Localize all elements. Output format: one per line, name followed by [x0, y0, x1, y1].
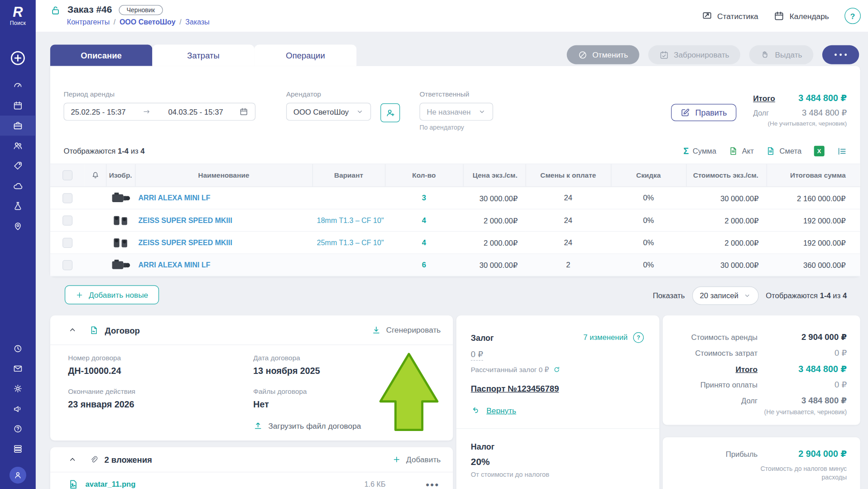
- sidebar-item-map[interactable]: [0, 216, 36, 236]
- tab-operations[interactable]: Операции: [254, 45, 356, 66]
- briefcase-icon: [13, 121, 23, 131]
- item-name-link[interactable]: ARRI ALEXA MINI LF: [135, 254, 312, 276]
- sidebar-item-announce[interactable]: [0, 399, 36, 419]
- help-circle-icon: [13, 424, 23, 434]
- app-logo[interactable]: R: [13, 4, 23, 19]
- sidebar-item-settings[interactable]: [0, 378, 36, 398]
- act-tool[interactable]: Акт: [729, 146, 754, 156]
- megaphone-icon: [13, 404, 23, 414]
- sidebar-item-mail[interactable]: [0, 358, 36, 378]
- item-total: 2 160 000.00₽: [767, 187, 860, 209]
- sidebar-item-cloud[interactable]: [0, 176, 36, 196]
- sidebar-item-inventory[interactable]: [0, 196, 36, 216]
- add-new-icon[interactable]: [10, 50, 26, 67]
- issue-button[interactable]: Выдать: [749, 45, 813, 64]
- contract-date-label: Дата договора: [253, 354, 439, 362]
- user-avatar[interactable]: [10, 467, 26, 484]
- item-name-link[interactable]: ZEISS SUPER SPEED MKIII: [135, 232, 312, 254]
- tab-description[interactable]: Описание: [50, 45, 152, 66]
- tax-hint: От стоимости до налогов: [471, 471, 645, 479]
- deposit-help-icon[interactable]: ?: [633, 332, 643, 343]
- sidebar-item-help[interactable]: [0, 419, 36, 439]
- tag-icon: [13, 161, 23, 171]
- breadcrumb-counterparties[interactable]: Контрагенты: [67, 18, 110, 26]
- item-variant-link[interactable]: 18mm T1.3 – CF 10": [312, 209, 385, 231]
- help-button[interactable]: ?: [844, 8, 861, 24]
- table-settings-icon[interactable]: [837, 146, 847, 156]
- row-checkbox[interactable]: [62, 193, 72, 203]
- responsible-select[interactable]: Не назначен: [419, 103, 493, 121]
- item-price: 2 000.00₽: [463, 232, 526, 254]
- users-icon: [13, 140, 23, 150]
- sum-tool[interactable]: ΣСумма: [683, 146, 716, 156]
- col-name: Наименование: [135, 164, 312, 187]
- estimate-tool[interactable]: Смета: [766, 146, 801, 156]
- total-label[interactable]: Итого: [753, 94, 775, 103]
- item-variant-link[interactable]: 25mm T1.3 – CF 10": [312, 232, 385, 254]
- row-checkbox[interactable]: [62, 237, 72, 247]
- deposit-changes-link[interactable]: 7 изменений: [583, 334, 628, 342]
- responsible-field: Ответственный Не назначен По арендатору: [419, 91, 493, 131]
- summary-total-label[interactable]: Итого: [676, 364, 758, 373]
- return-arrow-icon: [471, 405, 480, 415]
- sidebar-item-orders[interactable]: [0, 116, 36, 136]
- attachment-menu-button[interactable]: •••: [426, 482, 440, 487]
- statistics-button[interactable]: Статистика: [702, 10, 758, 21]
- upload-contract-link[interactable]: Загрузить файл договора: [253, 421, 439, 431]
- breadcrumb-company[interactable]: ООО СветоШоу: [120, 18, 176, 26]
- document-icon: [766, 146, 776, 156]
- page-size-select[interactable]: 20 записей: [692, 286, 758, 305]
- more-actions-button[interactable]: [822, 45, 859, 64]
- contract-files-label: Файлы договора: [253, 387, 439, 395]
- generate-contract-button[interactable]: Сгенерировать: [372, 325, 441, 335]
- row-checkbox[interactable]: [62, 215, 72, 225]
- row-checkbox[interactable]: [62, 260, 72, 270]
- calendar-button[interactable]: Календарь: [774, 10, 829, 21]
- collapse-attachments-icon[interactable]: [68, 455, 77, 464]
- item-price: 30 000.00₽: [463, 254, 526, 276]
- contract-files-value: Нет: [253, 400, 439, 410]
- period-input[interactable]: 25.02.25 - 15:37 04.03.25 - 15:37: [63, 103, 255, 121]
- refresh-icon[interactable]: [553, 365, 561, 373]
- col-price: Цена экз./см.: [463, 164, 526, 187]
- add-attachment-button[interactable]: Добавить: [392, 455, 441, 464]
- sidebar-item-calendar[interactable]: [0, 96, 36, 116]
- item-qty: 4: [385, 209, 463, 231]
- passport-link[interactable]: Паспорт №123456789: [471, 383, 645, 393]
- sidebar-item-history[interactable]: [0, 339, 36, 358]
- excel-export-icon[interactable]: X: [814, 146, 824, 156]
- dashboard-icon: [13, 80, 23, 90]
- summary-card: Стоимость аренды2 904 000 ₽ Стоимость за…: [663, 315, 860, 425]
- collapse-contract-icon[interactable]: [68, 325, 77, 334]
- sidebar-item-tags[interactable]: [0, 156, 36, 176]
- add-items-button[interactable]: Добавить новые: [65, 286, 159, 305]
- select-all-checkbox[interactable]: [62, 170, 72, 180]
- return-deposit-link[interactable]: Вернуть: [471, 405, 645, 415]
- cancel-order-button[interactable]: Отменить: [567, 45, 639, 64]
- tab-costs[interactable]: Затраты: [152, 45, 254, 66]
- sidebar-item-archive[interactable]: [0, 439, 36, 459]
- sidebar-nav-top: [0, 75, 36, 236]
- sidebar-search-label[interactable]: Поиск: [10, 20, 26, 26]
- item-name-link[interactable]: ZEISS SUPER SPEED MKIII: [135, 209, 312, 231]
- deposit-amount[interactable]: 0 ₽: [471, 349, 483, 361]
- breadcrumb-orders[interactable]: Заказы: [185, 18, 210, 26]
- reserve-button[interactable]: Забронировать: [648, 45, 740, 64]
- edit-button[interactable]: Править: [671, 104, 737, 121]
- item-variant: [312, 187, 385, 209]
- sidebar-item-dashboard[interactable]: [0, 75, 36, 95]
- add-renter-button[interactable]: [380, 103, 400, 122]
- renter-select[interactable]: ООО СветоШоу: [286, 103, 371, 121]
- attachment-file-link[interactable]: avatar_11.png: [85, 480, 135, 489]
- period-from[interactable]: 25.02.25 - 15:37: [71, 107, 125, 116]
- contract-number-value: ДН-10000.24: [68, 366, 253, 376]
- deposit-title: Залог: [471, 333, 494, 342]
- item-cost: 30 000.00₽: [686, 254, 766, 276]
- sidebar-item-clients[interactable]: [0, 136, 36, 155]
- item-thumbnail: [110, 213, 130, 227]
- item-name-link[interactable]: ARRI ALEXA MINI LF: [135, 187, 312, 209]
- item-thumbnail: [110, 191, 130, 205]
- col-cost: Стоимость экз./см.: [686, 164, 766, 187]
- breadcrumb-sep: /: [114, 18, 115, 26]
- period-to[interactable]: 04.03.25 - 15:37: [168, 107, 223, 116]
